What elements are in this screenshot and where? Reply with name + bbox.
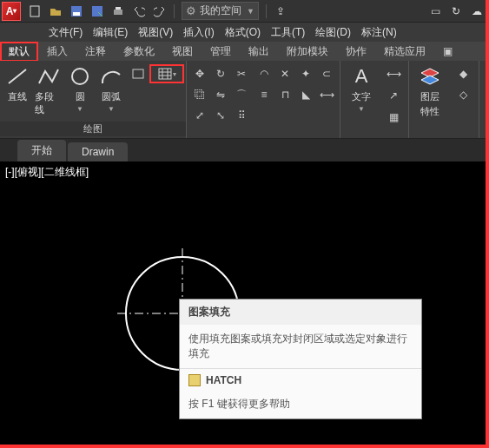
text-button[interactable]: A 文字 ▼ xyxy=(344,64,379,113)
tab-output[interactable]: 输出 xyxy=(240,42,278,62)
menu-dim[interactable]: 标注(N) xyxy=(356,23,402,42)
filetab-drawing[interactable]: Drawin xyxy=(68,142,128,161)
move-icon[interactable]: ✥ xyxy=(190,64,209,83)
saveas-icon[interactable] xyxy=(89,3,105,19)
mirror-icon[interactable]: ⇋ xyxy=(211,85,230,104)
stretch-icon[interactable]: ⤢ xyxy=(190,106,209,125)
svg-point-7 xyxy=(72,69,88,84)
menu-draw[interactable]: 绘图(D) xyxy=(310,23,356,42)
line-button[interactable]: 直线 xyxy=(3,64,31,103)
menu-file[interactable]: 文件(F) xyxy=(43,23,88,42)
chevron-down-icon: ▼ xyxy=(76,105,83,113)
command-icon xyxy=(188,374,201,386)
trim-icon[interactable]: ✂ xyxy=(232,64,251,83)
separator xyxy=(174,4,175,18)
tab-manage[interactable]: 管理 xyxy=(202,42,240,62)
arc-button[interactable]: 圆弧 ▼ xyxy=(97,64,125,113)
line-icon xyxy=(3,64,31,89)
layer-props-button[interactable]: 图层 特性 xyxy=(413,64,447,118)
tab-parametric[interactable]: 参数化 xyxy=(115,42,163,62)
break-icon[interactable]: ⊓ xyxy=(275,85,294,104)
svg-rect-9 xyxy=(159,69,171,79)
view-label[interactable]: [-][俯视][二维线框] xyxy=(5,165,89,180)
explode-icon[interactable]: ✦ xyxy=(296,64,315,83)
panel-modify: ✥ ↻ ✂ ⿻ ⇋ ⌒ ⤢ ⤡ ⠿ ◠ ✕ ✦ ⊂ ≡ ⊓ ◣ ⟷ xyxy=(187,61,340,138)
gear-icon: ⚙ xyxy=(186,4,196,17)
tab-collab[interactable]: 协作 xyxy=(337,42,375,62)
arc-icon xyxy=(97,64,125,89)
open-icon[interactable] xyxy=(48,3,63,19)
document-tabs: 开始 Drawin xyxy=(0,139,489,161)
undo-icon[interactable] xyxy=(131,3,147,19)
tooltip-command: HATCH xyxy=(180,369,421,392)
menu-tools[interactable]: 工具(T) xyxy=(266,23,310,42)
tab-annotate[interactable]: 注释 xyxy=(76,42,115,62)
array-icon[interactable]: ⠿ xyxy=(232,106,251,125)
panel-label-draw[interactable]: 绘图 xyxy=(0,122,186,136)
separator xyxy=(266,4,267,18)
layer-iso-icon[interactable]: ◇ xyxy=(451,85,475,104)
svg-rect-2 xyxy=(73,12,80,16)
copy-icon[interactable]: ⿻ xyxy=(190,85,209,104)
tab-view[interactable]: 视图 xyxy=(163,42,202,62)
rect-icon[interactable] xyxy=(129,64,148,83)
panel-layers: 图层 特性 ◆ ◇ xyxy=(409,61,479,138)
sync-icon[interactable]: ↻ xyxy=(448,3,464,19)
offset-icon[interactable]: ◠ xyxy=(254,64,274,83)
filetab-start[interactable]: 开始 xyxy=(17,140,66,161)
device-icon[interactable]: ▭ xyxy=(427,3,443,19)
tab-insert[interactable]: 插入 xyxy=(38,42,76,62)
align-icon[interactable]: ≡ xyxy=(254,85,274,104)
polyline-icon xyxy=(35,64,63,89)
highlight-border xyxy=(486,0,489,448)
menu-view[interactable]: 视图(V) xyxy=(133,23,178,42)
menu-insert[interactable]: 插入(I) xyxy=(178,23,219,42)
menu-edit[interactable]: 编辑(E) xyxy=(88,23,133,42)
scale-icon[interactable]: ⤡ xyxy=(211,106,230,125)
modify-grid: ✥ ↻ ✂ ⿻ ⇋ ⌒ ⤢ ⤡ ⠿ xyxy=(190,64,251,125)
tooltip-title: 图案填充 xyxy=(180,300,421,325)
layer-state-icon[interactable]: ◆ xyxy=(451,64,475,83)
highlight-border xyxy=(0,445,489,448)
panel-draw: 直线 多段线 圆 ▼ 圆弧 ▼ ▾ xyxy=(0,61,187,138)
new-icon[interactable] xyxy=(27,3,43,19)
menu-bar: 文件(F) 编辑(E) 视图(V) 插入(I) 格式(O) 工具(T) 绘图(D… xyxy=(0,23,489,42)
tab-addins[interactable]: 附加模块 xyxy=(278,42,337,62)
table-icon[interactable]: ▦ xyxy=(382,108,405,127)
chevron-down-icon: ▾ xyxy=(173,70,176,78)
chamfer-icon[interactable]: ◣ xyxy=(296,85,315,104)
save-icon[interactable] xyxy=(69,3,84,19)
circle-button[interactable]: 圆 ▼ xyxy=(66,64,94,113)
svg-rect-8 xyxy=(133,69,143,78)
rotate-icon[interactable]: ↻ xyxy=(211,64,230,83)
tab-featured[interactable]: 精选应用 xyxy=(375,42,434,62)
chevron-down-icon: ▼ xyxy=(358,105,365,113)
tooltip: 图案填充 使用填充图案或填充对封闭区域或选定对象进行填充 HATCH 按 F1 … xyxy=(179,299,422,419)
circle-icon xyxy=(66,64,94,89)
redo-icon[interactable] xyxy=(152,3,168,19)
drawing-canvas[interactable]: [-][俯视][二维线框] 图案填充 使用填充图案或填充对封闭区域或选定对象进行… xyxy=(0,161,489,448)
workspace-label: 我的空间 xyxy=(200,3,241,18)
cloud-icon[interactable]: ☁ xyxy=(469,3,485,19)
share-icon[interactable]: ⇪ xyxy=(273,3,288,19)
app-menu-button[interactable]: A▾ xyxy=(2,2,21,21)
menu-format[interactable]: 格式(O) xyxy=(220,23,266,42)
join-icon[interactable]: ⊂ xyxy=(317,64,336,83)
print-icon[interactable] xyxy=(110,3,126,19)
erase-icon[interactable]: ✕ xyxy=(275,64,294,83)
leader-icon[interactable]: ↗ xyxy=(382,86,405,105)
fillet-icon[interactable]: ⌒ xyxy=(232,85,251,104)
title-bar: A▾ ⚙ 我的空间 ▼ ⇪ ▭ ↻ ☁ xyxy=(0,0,489,23)
svg-line-6 xyxy=(9,69,26,83)
svg-rect-0 xyxy=(30,6,39,16)
workspace-dropdown[interactable]: ⚙ 我的空间 ▼ xyxy=(182,2,259,20)
panel-annotation: A 文字 ▼ ⟷ ↗ ▦ xyxy=(340,61,409,138)
lengthen-icon[interactable]: ⟷ xyxy=(317,85,336,104)
tab-default[interactable]: 默认 xyxy=(0,42,38,62)
svg-rect-5 xyxy=(116,7,121,10)
dimension-icon[interactable]: ⟷ xyxy=(382,64,405,83)
hatch-button[interactable]: ▾ xyxy=(149,64,184,83)
tab-expand[interactable]: ▣ xyxy=(434,43,461,60)
modify-grid2: ◠ ✕ ✦ ⊂ ≡ ⊓ ◣ ⟷ xyxy=(254,64,336,104)
polyline-button[interactable]: 多段线 xyxy=(35,64,63,116)
